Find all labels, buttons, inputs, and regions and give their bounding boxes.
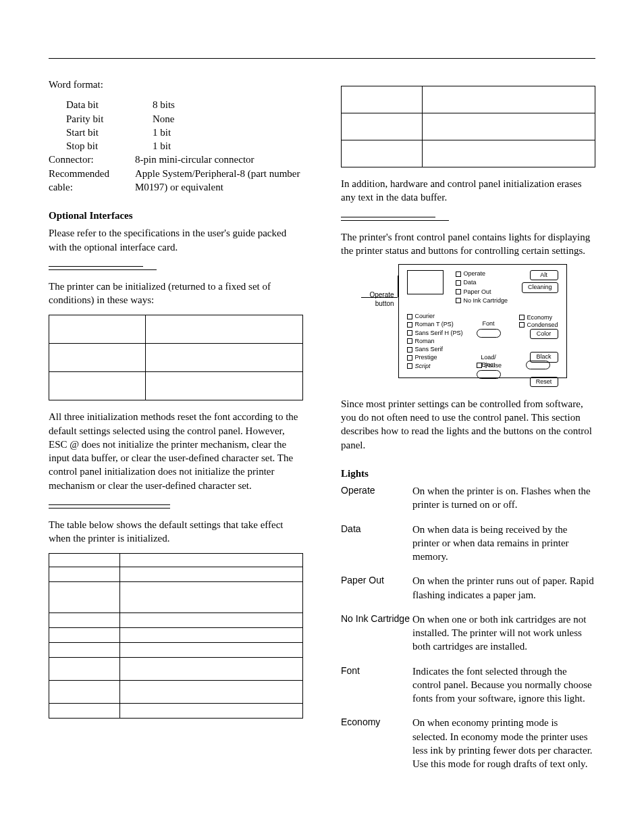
right-top-table: [341, 86, 595, 167]
section-rule: [341, 217, 435, 217]
cleaning-button: Cleaning: [522, 282, 558, 292]
load-eject-button: [477, 370, 501, 379]
init-footnote: All three initialization methods reset t…: [49, 410, 303, 492]
defaults-table: [49, 553, 303, 719]
optional-interfaces-heading: Optional Interfaces: [49, 209, 303, 222]
right-column: In addition, hardware and control panel …: [341, 78, 595, 781]
connector-row: Connector: 8-pin mini-circular connector: [49, 153, 303, 166]
optional-interfaces-text: Please refer to the specifications in th…: [49, 226, 303, 254]
lights-heading: Lights: [341, 467, 595, 480]
section-rule: [341, 220, 449, 221]
color-button: Color: [530, 329, 558, 339]
control-panel-diagram: Operatebutton Operate Data Paper Out No …: [341, 264, 595, 378]
panel-mid-buttons: Font Load/Eject: [477, 320, 501, 390]
left-column: Word format: Data bit8 bits Parity bitNo…: [49, 78, 303, 781]
init-table: [49, 315, 303, 400]
pause-row: Pause: [477, 361, 551, 371]
section-rule: [49, 508, 170, 509]
lights-definition-list: OperateOn when the printer is on. Flashe…: [341, 484, 595, 771]
buffer-note: In addition, hardware and control panel …: [341, 177, 595, 205]
operate-button-graphic: [407, 270, 444, 294]
word-format-list: Data bit8 bits Parity bitNone Start bit1…: [49, 98, 303, 153]
operate-button-callout: Operatebutton: [369, 291, 394, 308]
init-intro: The printer can be initialized (returned…: [49, 280, 303, 307]
defaults-intro: The table below shows the default settin…: [49, 518, 303, 546]
pause-button: [526, 361, 550, 369]
section-rule: [49, 269, 157, 270]
status-lights-list: Operate Data Paper Out No Ink Cartridge: [456, 270, 508, 306]
reset-button: Reset: [530, 377, 558, 387]
section-rule: [49, 266, 143, 267]
alt-button: Alt: [530, 270, 558, 280]
section-rule: [49, 504, 170, 505]
leader-line: [361, 297, 398, 298]
font-button: [477, 329, 501, 338]
panel-right-buttons: Alt Cleaning Economy Condensed Color Bla…: [519, 270, 558, 396]
panel-note: Since most printer settings can be contr…: [341, 397, 595, 452]
panel-frame: Operate Data Paper Out No Ink Cartridge …: [398, 264, 567, 378]
panel-intro: The printer's front control panel contai…: [341, 230, 595, 258]
word-format-heading: Word format:: [49, 78, 303, 91]
cable-row: Recommended cable: Apple System/Peripher…: [49, 167, 303, 194]
